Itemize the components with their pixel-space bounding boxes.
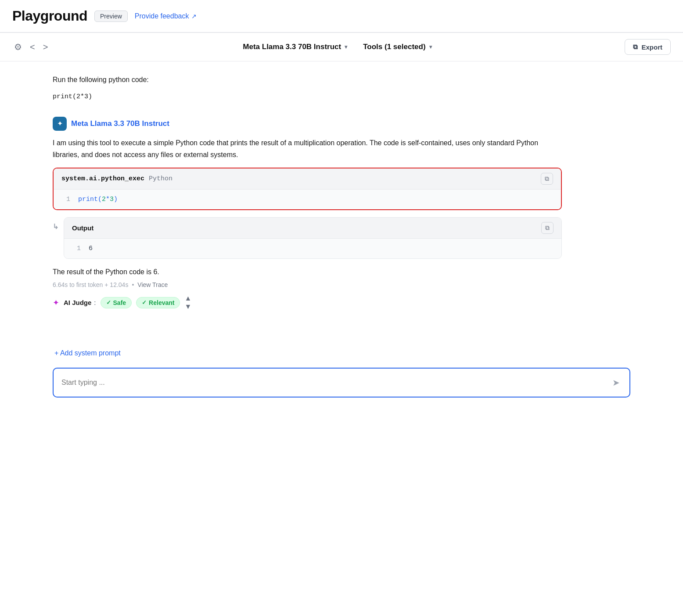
code-func-name: system.ai.python_exec bbox=[61, 175, 144, 183]
view-trace-link[interactable]: View Trace bbox=[137, 281, 168, 288]
message-input[interactable] bbox=[61, 379, 605, 387]
ai-avatar: ✦ bbox=[53, 117, 67, 131]
user-message-line1: Run the following python code: bbox=[53, 74, 562, 86]
model-chevron-icon: ▾ bbox=[345, 44, 347, 50]
export-icon: ⧉ bbox=[633, 43, 638, 51]
badge-relevant: ✓ Relevant bbox=[136, 297, 180, 308]
app-title: Playground bbox=[12, 8, 87, 24]
output-copy-icon: ⧉ bbox=[545, 224, 550, 231]
toolbar-center: Meta Llama 3.3 70B Instruct ▾ Tools (1 s… bbox=[57, 40, 618, 54]
main-content: Run the following python code: print(2*3… bbox=[0, 61, 615, 335]
badge-relevant-label: Relevant bbox=[149, 299, 174, 306]
external-link-icon: ↗ bbox=[191, 13, 197, 20]
input-area: ➤ bbox=[53, 368, 630, 398]
copy-icon: ⧉ bbox=[545, 175, 549, 182]
toolbar-left: ⚙ < > bbox=[12, 40, 50, 54]
output-body: 1 6 bbox=[64, 239, 561, 258]
add-system-prompt-label: + Add system prompt bbox=[54, 349, 121, 357]
nav-next-icon[interactable]: > bbox=[41, 40, 50, 54]
output-wrapper: ↳ Output ⧉ 1 6 bbox=[53, 217, 562, 259]
output-header: Output ⧉ bbox=[64, 218, 561, 239]
badge-safe: ✓ Safe bbox=[101, 297, 132, 308]
badge-safe-label: Safe bbox=[113, 299, 126, 306]
feedback-label: Provide feedback bbox=[135, 12, 189, 20]
ai-header: ✦ Meta Llama 3.3 70B Instruct bbox=[53, 117, 562, 131]
code-body: 1 print(2*3) bbox=[54, 190, 561, 209]
code-block-lang: system.ai.python_exec Python bbox=[61, 175, 173, 183]
code-line: 1 print(2*3) bbox=[61, 196, 553, 203]
code-block-header: system.ai.python_exec Python ⧉ bbox=[54, 168, 561, 190]
nav-prev-icon[interactable]: < bbox=[28, 40, 37, 54]
safe-check-icon: ✓ bbox=[106, 299, 111, 306]
expand-button[interactable]: ▲ ▼ bbox=[184, 294, 191, 311]
ai-model-name: Meta Llama 3.3 70B Instruct bbox=[71, 119, 169, 128]
output-block: Output ⧉ 1 6 bbox=[64, 217, 562, 259]
timing-value: 6.64s to first token + 12.04s bbox=[53, 281, 128, 288]
relevant-check-icon: ✓ bbox=[142, 299, 147, 306]
app-header: Playground Preview Provide feedback ↗ bbox=[0, 0, 683, 32]
output-line-num: 1 bbox=[72, 245, 81, 252]
result-text: The result of the Python code is 6. bbox=[53, 266, 562, 278]
ai-response: ✦ Meta Llama 3.3 70B Instruct I am using… bbox=[53, 117, 562, 311]
ai-judge-colon: : bbox=[94, 299, 96, 306]
code-line-num: 1 bbox=[61, 196, 70, 203]
feedback-link[interactable]: Provide feedback ↗ bbox=[135, 12, 197, 20]
ai-judge: ✦ AI Judge : ✓ Safe ✓ Relevant ▲ ▼ bbox=[53, 294, 562, 311]
gear-icon[interactable]: ⚙ bbox=[12, 40, 24, 54]
send-icon: ➤ bbox=[612, 377, 620, 388]
user-message: Run the following python code: print(2*3… bbox=[53, 74, 562, 103]
add-system-prompt-button[interactable]: + Add system prompt bbox=[53, 344, 630, 362]
model-selector[interactable]: Meta Llama 3.3 70B Instruct ▾ bbox=[238, 40, 352, 54]
timing-info: 6.64s to first token + 12.04s • View Tra… bbox=[53, 281, 562, 288]
export-label: Export bbox=[641, 43, 662, 51]
tools-selector[interactable]: Tools (1 selected) ▾ bbox=[359, 40, 436, 54]
return-arrow-icon: ↳ bbox=[53, 217, 58, 231]
export-button[interactable]: ⧉ Export bbox=[625, 39, 671, 55]
send-button[interactable]: ➤ bbox=[611, 376, 622, 390]
ai-avatar-icon: ✦ bbox=[57, 119, 63, 128]
code-lang-label: Python bbox=[149, 175, 173, 183]
tools-label: Tools (1 selected) bbox=[363, 43, 425, 51]
ai-judge-label: AI Judge bbox=[64, 299, 91, 306]
code-line-content: print(2*3) bbox=[78, 196, 118, 203]
dot-separator: • bbox=[132, 281, 134, 288]
output-line: 1 6 bbox=[72, 245, 554, 252]
bottom-area: + Add system prompt ➤ bbox=[0, 344, 683, 398]
preview-badge: Preview bbox=[94, 11, 128, 22]
model-label: Meta Llama 3.3 70B Instruct bbox=[243, 43, 341, 51]
ai-response-text: I am using this tool to execute a simple… bbox=[53, 137, 562, 161]
code-block: system.ai.python_exec Python ⧉ 1 print(2… bbox=[53, 168, 562, 210]
ai-judge-icon: ✦ bbox=[53, 298, 59, 308]
toolbar-right: ⧉ Export bbox=[625, 39, 671, 55]
code-copy-button[interactable]: ⧉ bbox=[541, 173, 553, 185]
toolbar: ⚙ < > Meta Llama 3.3 70B Instruct ▾ Tool… bbox=[0, 33, 683, 61]
user-code: print(2*3) bbox=[53, 93, 92, 100]
output-copy-button[interactable]: ⧉ bbox=[541, 222, 554, 234]
tools-chevron-icon: ▾ bbox=[429, 44, 432, 50]
output-value: 6 bbox=[89, 245, 93, 252]
output-title: Output bbox=[72, 224, 93, 232]
